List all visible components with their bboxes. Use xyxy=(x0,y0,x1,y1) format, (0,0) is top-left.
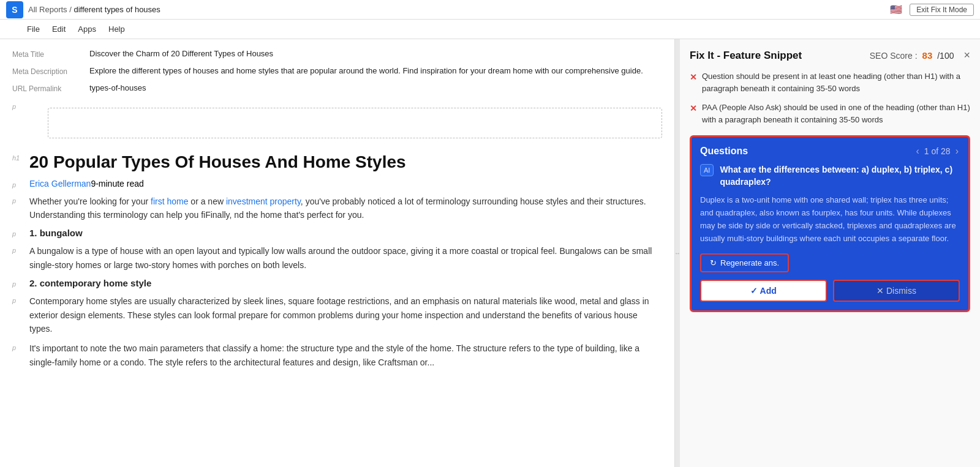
panel-header: Fix It - Feature Snippet SEO Score :83/1… xyxy=(690,49,970,62)
seo-score-value: 83 xyxy=(922,50,933,61)
breadcrumb-prefix: All Reports / xyxy=(28,5,74,14)
author-content: Erica Gellerman9-minute read xyxy=(29,179,662,189)
flag-icon: 🇺🇸 xyxy=(890,4,902,15)
exit-fix-it-button[interactable]: Exit Fix It Mode xyxy=(910,4,974,16)
p-tag-3: p xyxy=(12,294,23,304)
url-label: URL Permalink xyxy=(12,83,80,93)
question-body: AI What are the differences between: a) … xyxy=(700,164,960,188)
menu-item-file[interactable]: File xyxy=(27,23,40,35)
error-x-icon-1: ✕ xyxy=(690,71,697,84)
menu-item-help[interactable]: Help xyxy=(108,23,125,35)
dismiss-button[interactable]: ✕ Dismiss xyxy=(833,280,960,302)
resize-handle[interactable]: ↔ xyxy=(675,39,680,467)
meta-title-label: Meta Title xyxy=(12,49,80,59)
h1-tag: h1 xyxy=(12,152,23,162)
question-text: What are the differences between: a) dup… xyxy=(720,164,960,188)
panel-title: Fix It - Feature Snippet xyxy=(690,50,865,62)
questions-card-header: Questions ‹ 1 of 28 › xyxy=(700,146,960,157)
meta-description-row: Meta Description Explore the different t… xyxy=(12,66,662,76)
para1-row: p Whether you're looking for your first … xyxy=(12,195,662,222)
breadcrumb: All Reports / different types of houses xyxy=(28,5,885,14)
menubar: File Edit Apps Help xyxy=(0,20,980,39)
para4-content: It's important to note the two main para… xyxy=(29,342,662,369)
meta-description-label: Meta Description xyxy=(12,66,80,76)
prev-page-button[interactable]: ‹ xyxy=(915,146,921,157)
h1-text: 20 Popular Types Of Houses And Home Styl… xyxy=(29,152,406,171)
heading1-row: p 1. bungalow xyxy=(12,228,662,238)
heading1-content: 1. bungalow xyxy=(29,228,662,238)
ai-badge: AI xyxy=(700,164,714,176)
pagination-text: 1 of 28 xyxy=(924,146,951,156)
p-tag: p xyxy=(12,100,23,110)
first-home-link[interactable]: first home xyxy=(151,196,188,206)
menu-item-edit[interactable]: Edit xyxy=(52,23,66,35)
p-tag-2: p xyxy=(12,244,23,254)
menu-item-apps[interactable]: Apps xyxy=(78,23,96,35)
regenerate-icon: ↻ xyxy=(710,258,717,267)
para4-row: p It's important to note the two main pa… xyxy=(12,342,662,369)
para2-content: A bungalow is a type of house with an op… xyxy=(29,244,662,272)
url-permalink-row: URL Permalink types-of-houses xyxy=(12,83,662,93)
meta-title-row: Meta Title Discover the Charm of 20 Diff… xyxy=(12,49,662,59)
p-tag-contemporary: p xyxy=(12,278,23,288)
empty-paragraph-box[interactable] xyxy=(48,108,662,138)
meta-description-value: Explore the different types of houses an… xyxy=(89,66,662,75)
questions-card: Questions ‹ 1 of 28 › AI What are the di… xyxy=(690,135,970,312)
topbar: S All Reports / different types of house… xyxy=(0,0,980,20)
url-value: types-of-houses xyxy=(89,83,662,92)
seo-score-label: SEO Score : xyxy=(870,51,918,61)
close-button[interactable]: × xyxy=(963,49,970,62)
para4-text: It's important to note the two main para… xyxy=(29,343,639,367)
error-text-2: PAA (People Also Ask) should be used in … xyxy=(702,102,970,125)
card-actions: ✓ Add ✕ Dismiss xyxy=(700,280,960,302)
meta-title-value: Discover the Charm of 20 Different Types… xyxy=(89,49,662,58)
author-suffix: 9-minute read xyxy=(91,179,143,189)
p-tag-1: p xyxy=(12,195,23,204)
regenerate-button[interactable]: ↻ Regenerate ans. xyxy=(700,253,789,272)
app-logo: S xyxy=(6,1,23,18)
breadcrumb-doc-title: different types of houses xyxy=(74,5,160,14)
error-item-1: ✕ Question should be present in at least… xyxy=(690,70,970,94)
error-x-icon-2: ✕ xyxy=(690,102,697,115)
p-tag-4: p xyxy=(12,342,23,351)
h1-row: h1 20 Popular Types Of Houses And Home S… xyxy=(12,152,662,173)
heading2-content: 2. contemporary home style xyxy=(29,278,662,288)
error-item-2: ✕ PAA (People Also Ask) should be used i… xyxy=(690,102,970,125)
para2-row: p A bungalow is a type of house with an … xyxy=(12,244,662,272)
pagination: ‹ 1 of 28 › xyxy=(915,146,960,157)
author-link[interactable]: Erica Gellerman xyxy=(29,179,91,189)
right-panel: Fix It - Feature Snippet SEO Score :83/1… xyxy=(680,39,980,467)
author-row: p Erica Gellerman9-minute read xyxy=(12,179,662,189)
content-area: Meta Title Discover the Charm of 20 Diff… xyxy=(0,39,675,467)
main-layout: Meta Title Discover the Charm of 20 Diff… xyxy=(0,39,980,467)
para3-row: p Contemporary home styles are usually c… xyxy=(12,294,662,335)
para1-content: Whether you're looking for your first ho… xyxy=(29,195,662,222)
heading2-row: p 2. contemporary home style xyxy=(12,278,662,288)
answer-text: Duplex is a two-unit home with one share… xyxy=(700,194,960,245)
p-tag-bungalow: p xyxy=(12,228,23,237)
h1-content: 20 Popular Types Of Houses And Home Styl… xyxy=(29,152,662,173)
heading1-text: 1. bungalow xyxy=(29,228,83,238)
regenerate-label: Regenerate ans. xyxy=(720,258,779,267)
p-tag-author: p xyxy=(12,179,23,189)
seo-score-max: /100 xyxy=(937,51,954,61)
empty-para-row: p xyxy=(12,100,662,146)
para3-content: Contemporary home styles are usually cha… xyxy=(29,294,662,335)
error-text-1: Question should be present in at least o… xyxy=(702,70,970,94)
heading2-text: 2. contemporary home style xyxy=(29,278,151,288)
next-page-button[interactable]: › xyxy=(954,146,960,157)
add-button[interactable]: ✓ Add xyxy=(700,280,827,302)
questions-label: Questions xyxy=(700,146,748,157)
investment-property-link[interactable]: investment property xyxy=(226,196,301,206)
